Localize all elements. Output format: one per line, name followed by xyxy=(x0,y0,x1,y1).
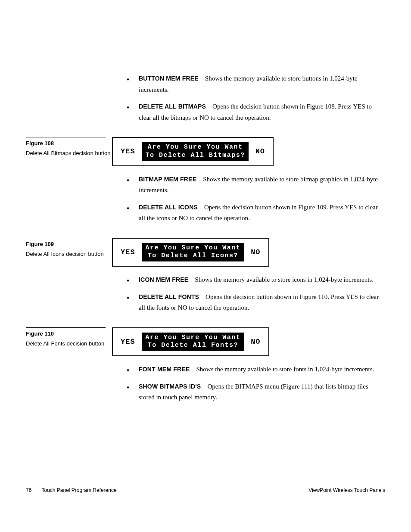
figure-109-caption-block: Figure 109 Delete All Icons decision but… xyxy=(26,238,112,267)
delete-all-icons-dialog: YES Are You Sure You Want To Delete All … xyxy=(112,238,269,267)
figure-label: Figure 110 xyxy=(26,330,112,337)
page-footer: 76 Touch Panel Program Reference ViewPoi… xyxy=(26,487,385,493)
footer-right-text: ViewPoint Wireless Touch Panels xyxy=(308,487,385,493)
yes-button[interactable]: YES xyxy=(118,336,138,348)
no-button[interactable]: NO xyxy=(253,146,268,157)
term-delete-all-fonts: DELETE ALL FONTS xyxy=(139,293,199,300)
bullet-list-2: BITMAP MEM FREE Shows the memory availab… xyxy=(112,174,385,224)
delete-all-fonts-dialog: YES Are You Sure You Want To Delete All … xyxy=(112,327,269,357)
list-item: FONT MEM FREE Shows the memory available… xyxy=(127,364,385,375)
term-font-mem-free: FONT MEM FREE xyxy=(139,366,190,373)
yes-button[interactable]: YES xyxy=(118,246,138,258)
list-item: ICON MEM FREE Shows the memory available… xyxy=(127,274,385,286)
no-button[interactable]: NO xyxy=(248,246,263,258)
no-button[interactable]: NO xyxy=(248,336,263,348)
dialog-message: Are You Sure You Want To Delete All Bitm… xyxy=(142,142,249,161)
list-item: BITMAP MEM FREE Shows the memory availab… xyxy=(127,174,385,196)
term-show-bitmaps-ids: SHOW BITMAPS ID'S xyxy=(139,383,201,390)
figure-caption: Delete All Icons decision button xyxy=(26,250,112,258)
footer-left-text: Touch Panel Program Reference xyxy=(41,487,116,493)
list-item: SHOW BITMAPS ID'S Opens the BITMAPS menu… xyxy=(127,381,385,403)
term-button-mem-free: BUTTON MEM FREE xyxy=(139,75,199,82)
list-item: DELETE ALL ICONS Opens the decision butt… xyxy=(127,202,385,224)
delete-all-bitmaps-dialog: YES Are You Sure You Want To Delete All … xyxy=(112,137,274,166)
yes-button[interactable]: YES xyxy=(118,146,138,157)
figure-label: Figure 108 xyxy=(26,140,112,146)
bullet-list-3: ICON MEM FREE Shows the memory available… xyxy=(112,274,385,314)
figure-110-caption-block: Figure 110 Delete All Fonts decision but… xyxy=(26,327,112,357)
figure-caption: Delete All Fonts decision button xyxy=(26,339,112,348)
figure-caption: Delete All Bitmaps decision button xyxy=(26,149,112,158)
list-item: DELETE ALL BITMAPS Opens the decision bu… xyxy=(127,101,385,123)
figure-label: Figure 109 xyxy=(26,241,112,247)
term-icon-mem-free: ICON MEM FREE xyxy=(139,276,188,283)
term-delete-all-icons: DELETE ALL ICONS xyxy=(139,204,198,211)
body-text: Shows the memory available to store font… xyxy=(196,366,374,373)
dialog-message: Are You Sure You Want To Delete All Font… xyxy=(142,333,244,352)
bullet-list-4: FONT MEM FREE Shows the memory available… xyxy=(112,364,385,403)
list-item: BUTTON MEM FREE Shows the memory availab… xyxy=(127,73,385,95)
dialog-message: Are You Sure You Want To Delete All Icon… xyxy=(142,243,244,262)
body-text: Shows the memory available to store icon… xyxy=(195,276,374,283)
page-number: 76 xyxy=(26,487,31,493)
list-item: DELETE ALL FONTS Opens the decision butt… xyxy=(127,292,385,314)
figure-108-caption-block: Figure 108 Delete All Bitmaps decision b… xyxy=(26,137,112,166)
term-delete-all-bitmaps: DELETE ALL BITMAPS xyxy=(139,103,206,110)
term-bitmap-mem-free: BITMAP MEM FREE xyxy=(139,176,196,183)
bullet-list-1: BUTTON MEM FREE Shows the memory availab… xyxy=(112,73,385,123)
